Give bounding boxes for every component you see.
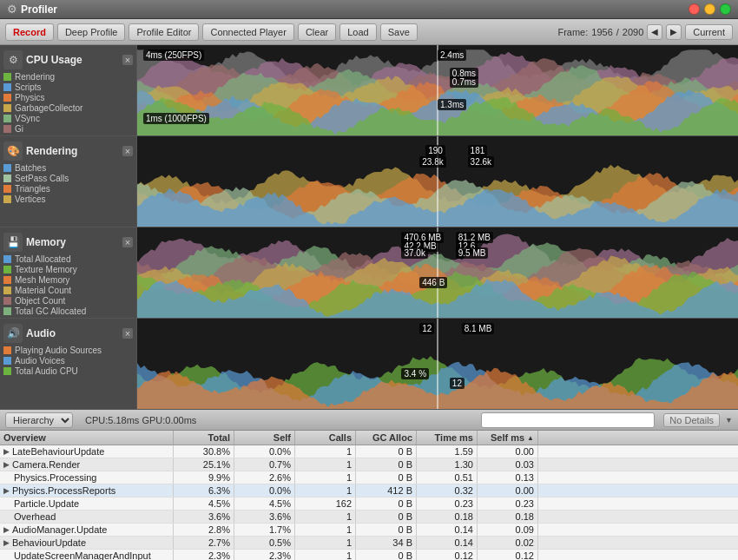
legend-label-audio-2: Total Audio CPU	[15, 366, 78, 376]
connected-player-button[interactable]: Connected Player	[202, 23, 293, 41]
table-row[interactable]: Particle.Update4.5%4.5%1620 B0.230.23	[0, 497, 738, 511]
row-7-name-text: BehaviourUpdate	[12, 537, 86, 548]
legend-color-rendering-2	[3, 185, 11, 193]
table-header-self[interactable]: Self	[234, 431, 295, 445]
table-header-time-ms[interactable]: Time ms	[417, 431, 478, 445]
chart-memory[interactable]: 470.6 MB42.2 MB37.0k81.2 MB12.69.5 MB446…	[137, 227, 738, 318]
row-6-col-2: 1	[295, 524, 356, 536]
profile-editor-button[interactable]: Profile Editor	[128, 23, 199, 41]
frame-next-button[interactable]: ▶	[666, 24, 682, 40]
panel-audio-title: Audio	[26, 327, 56, 339]
chart-rendering[interactable]: 19023.8k18132.6k	[137, 136, 738, 227]
legend-color-memory-0	[3, 255, 11, 263]
row-1-name-text: Camera.Render	[12, 459, 80, 470]
hierarchy-select[interactable]: Hierarchy	[5, 412, 73, 428]
details-arrow: ▼	[725, 416, 733, 425]
table-row[interactable]: ▶BehaviourUpdate2.7%0.5%134 B0.140.02	[0, 537, 738, 550]
panel-audio-close[interactable]: ×	[122, 328, 133, 339]
chart-label-cpu-0: 2.4ms	[438, 49, 466, 61]
row-4-col-1: 4.5%	[234, 497, 295, 510]
row-2-name: Physics.Processing	[0, 471, 174, 484]
panel-audio-icon: 🔊	[3, 324, 23, 343]
frame-prev-button[interactable]: ◀	[647, 24, 662, 40]
expand-arrow[interactable]: ▶	[3, 486, 10, 495]
table-row[interactable]: Physics.Processing9.9%2.6%10 B0.510.13	[0, 471, 738, 484]
panel-memory-title: Memory	[26, 236, 66, 248]
panel-memory-close[interactable]: ×	[122, 237, 133, 247]
row-3-name: ▶Physics.ProcessReports	[0, 484, 174, 497]
row-5-name-text: Overhead	[14, 511, 56, 522]
panel-rendering-title: Rendering	[26, 145, 77, 157]
expand-arrow[interactable]: ▶	[3, 460, 10, 469]
row-3-col-0: 6.3%	[174, 484, 234, 497]
maximize-button[interactable]	[720, 3, 731, 15]
table-row[interactable]: UpdateScreenManagerAndInput2.3%2.3%10 B0…	[0, 550, 738, 560]
details-button[interactable]: No Details	[663, 413, 720, 427]
row-1-name: ▶Camera.Render	[0, 458, 174, 471]
minimize-button[interactable]	[704, 3, 715, 15]
table-header-overview[interactable]: Overview	[0, 431, 174, 445]
table-row[interactable]: ▶Physics.ProcessReports6.3%0.0%1412 B0.3…	[0, 484, 738, 497]
row-0-name-text: LateBehaviourUpdate	[12, 446, 104, 457]
legend-color-audio-1	[3, 357, 11, 365]
row-1-col-4: 1.30	[417, 458, 478, 471]
panel-memory-icon: 💾	[3, 233, 23, 252]
chart-label-rendering-3: 32.6k	[468, 156, 494, 168]
panel-memory: 💾Memory×Total AllocatedTexture MemoryMes…	[0, 227, 738, 319]
row-0-col-2: 1	[295, 445, 356, 458]
legend-item-rendering-2: Triangles	[3, 184, 133, 194]
table-header-self-ms[interactable]: Self ms▲	[478, 431, 538, 445]
chart-label-cpu-2: 0.7ms	[450, 76, 478, 88]
legend-label-memory-1: Texture Memory	[15, 265, 77, 274]
load-button[interactable]: Load	[339, 23, 376, 41]
row-8-col-2: 1	[295, 550, 356, 560]
legend-color-cpu-3	[3, 104, 11, 112]
row-2-name-text: Physics.Processing	[14, 472, 96, 483]
record-button[interactable]: Record	[5, 23, 54, 41]
legend-item-cpu-0: Rendering	[3, 72, 133, 82]
save-button[interactable]: Save	[380, 23, 418, 41]
row-8-col-1: 2.3%	[234, 550, 295, 560]
search-input[interactable]	[481, 412, 655, 428]
legend-label-rendering-2: Triangles	[15, 184, 50, 194]
expand-arrow[interactable]: ▶	[3, 447, 10, 456]
table-row[interactable]: ▶LateBehaviourUpdate30.8%0.0%10 B1.590.0…	[0, 445, 738, 458]
frame-current: 1956	[591, 27, 612, 37]
toolbar: Record Deep Profile Profile Editor Conne…	[0, 19, 738, 45]
window-title: Profiler	[21, 3, 57, 16]
expand-arrow[interactable]: ▶	[3, 538, 10, 547]
legend-label-audio-0: Playing Audio Sources	[15, 346, 102, 355]
profiler-panels: ⚙CPU Usage×RenderingScriptsPhysicsGarbag…	[0, 45, 738, 410]
panel-rendering-close[interactable]: ×	[122, 146, 133, 156]
deep-profile-button[interactable]: Deep Profile	[57, 23, 126, 41]
chart-label-audio-2: 3.4 %	[401, 368, 429, 379]
chart-label-rendering-0: 190	[425, 145, 445, 156]
table-row[interactable]: ▶Camera.Render25.1%0.7%10 B1.300.03	[0, 458, 738, 471]
chart-label-cpu-4: 4ms (250FPS)	[143, 49, 204, 61]
close-button[interactable]	[689, 3, 700, 15]
legend-color-cpu-5	[3, 125, 11, 133]
legend-item-cpu-2: Physics	[3, 93, 133, 102]
row-7-col-4: 0.14	[417, 537, 478, 549]
row-0-col-0: 30.8%	[174, 445, 234, 458]
expand-arrow[interactable]: ▶	[3, 525, 10, 534]
legend-label-memory-0: Total Allocated	[15, 254, 71, 264]
clear-button[interactable]: Clear	[298, 23, 336, 41]
legend-label-memory-5: Total GC Allocated	[15, 306, 86, 316]
panel-cpu-close[interactable]: ×	[122, 55, 133, 65]
table-row[interactable]: ▶AudioManager.Update2.8%1.7%10 B0.140.09	[0, 524, 738, 537]
row-7-col-1: 0.5%	[234, 537, 295, 549]
table-header-calls[interactable]: Calls	[295, 431, 356, 445]
table-header-gc-alloc[interactable]: GC Alloc	[356, 431, 417, 445]
row-7-name: ▶BehaviourUpdate	[0, 537, 174, 549]
legend-item-rendering-0: Batches	[3, 163, 133, 173]
row-5-col-3: 0 B	[356, 511, 417, 523]
chart-cpu[interactable]: 2.4ms0.8ms0.7ms1.3ms4ms (250FPS)1ms (100…	[137, 45, 738, 135]
chart-audio[interactable]: 128.1 MB3.4 %12	[137, 319, 738, 409]
panel-audio-sidebar: 🔊Audio×Playing Audio SourcesAudio Voices…	[0, 319, 137, 409]
row-6-name-text: AudioManager.Update	[12, 524, 107, 535]
row-2-col-5: 0.13	[478, 471, 538, 484]
row-7-col-2: 1	[295, 537, 356, 549]
table-header-total[interactable]: Total	[174, 431, 234, 445]
table-row[interactable]: Overhead3.6%3.6%10 B0.180.18	[0, 511, 738, 524]
